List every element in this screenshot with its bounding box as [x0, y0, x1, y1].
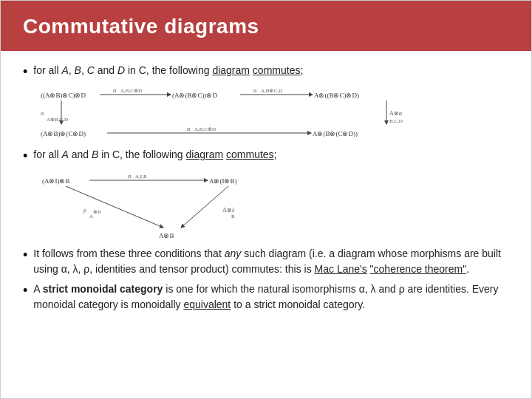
svg-line-25 [66, 186, 163, 228]
bullet-text-1: for all A, B, C and D in C, the followin… [33, 63, 303, 81]
diagram-1-svg: ((A⊗B)⊗C)⊗D α A,B,C⊗D (A⊗(B⊗C))⊗D α A,B⊗… [39, 87, 468, 140]
bullet-item-3: • It follows from these three conditions… [23, 246, 509, 277]
equivalent-link[interactable]: equivalent [183, 299, 231, 310]
bullet-item-4: • A strict monoidal category is one for … [23, 282, 509, 313]
svg-text:A,B,C⊗D: A,B,C⊗D [194, 126, 216, 132]
svg-line-29 [181, 186, 228, 228]
svg-text:B,C,D: B,C,D [389, 118, 403, 124]
svg-text:(A⊗B)⊗(C⊗D): (A⊗B)⊗(C⊗D) [41, 130, 86, 137]
bullet-dot-4: • [23, 282, 27, 313]
bullet-text-2: for all A and B in C, the following diag… [33, 147, 276, 166]
bullet-item-2: • for all A and B in C, the following di… [23, 147, 509, 166]
diagram-2-svg: (A⊗I)⊗B α A,I,B A⊗(I⊗B) ρ A ⊗B A⊗λ B A⊗B [39, 171, 320, 238]
coherence-theorem-link[interactable]: "coherence theorem" [370, 263, 467, 275]
slide-header: Commutative diagrams [1, 1, 531, 51]
svg-text:((A⊗B)⊗C)⊗D: ((A⊗B)⊗C)⊗D [41, 92, 86, 99]
svg-text:ρ: ρ [83, 207, 86, 214]
svg-text:A⊗((B⊗C)⊗D): A⊗((B⊗C)⊗D) [314, 92, 359, 99]
bullet-dot-3: • [23, 246, 27, 277]
slide-body: • for all A, B, C and D in C, the follow… [1, 51, 531, 398]
mac-lane-link[interactable]: Mac Lane's [315, 263, 367, 275]
svg-text:α: α [253, 87, 257, 94]
svg-text:A,B⊗C,D: A,B⊗C,D [261, 88, 282, 94]
svg-text:A⊗(B⊗(C⊗D)): A⊗(B⊗(C⊗D)) [313, 130, 358, 137]
svg-text:α: α [128, 173, 132, 180]
svg-text:B: B [231, 214, 235, 219]
svg-text:A⊗B: A⊗B [159, 232, 174, 238]
svg-text:⊗B: ⊗B [93, 209, 101, 215]
svg-text:α: α [41, 110, 44, 117]
bullet-dot-1: • [23, 63, 27, 81]
bullet-text-4: A strict monoidal category is one for wh… [33, 282, 509, 313]
svg-text:A⊗λ: A⊗λ [222, 207, 235, 214]
svg-text:α: α [187, 126, 191, 132]
bullet-text-3: It follows from these three conditions t… [33, 246, 509, 277]
svg-text:α: α [113, 87, 117, 94]
svg-text:(A⊗I)⊗B: (A⊗I)⊗B [42, 177, 70, 185]
diagram-2: (A⊗I)⊗B α A,I,B A⊗(I⊗B) ρ A ⊗B A⊗λ B A⊗B [39, 171, 509, 240]
slide-title: Commutative diagrams [23, 15, 259, 38]
svg-text:(A⊗(B⊗C))⊗D: (A⊗(B⊗C))⊗D [172, 92, 217, 99]
svg-text:A⊗α: A⊗α [389, 110, 403, 117]
bullet-dot-2: • [23, 147, 27, 166]
bullet-item-1: • for all A, B, C and D in C, the follow… [23, 63, 509, 81]
svg-text:A,I,B: A,I,B [135, 174, 147, 180]
slide: Commutative diagrams • for all A, B, C a… [0, 0, 532, 399]
svg-text:A⊗B,C,D: A⊗B,C,D [47, 117, 68, 123]
svg-text:A,B,C⊗D: A,B,C⊗D [120, 88, 142, 94]
svg-text:A⊗(I⊗B): A⊗(I⊗B) [209, 177, 237, 185]
diagram-1: ((A⊗B)⊗C)⊗D α A,B,C⊗D (A⊗(B⊗C))⊗D α A,B⊗… [39, 87, 509, 143]
